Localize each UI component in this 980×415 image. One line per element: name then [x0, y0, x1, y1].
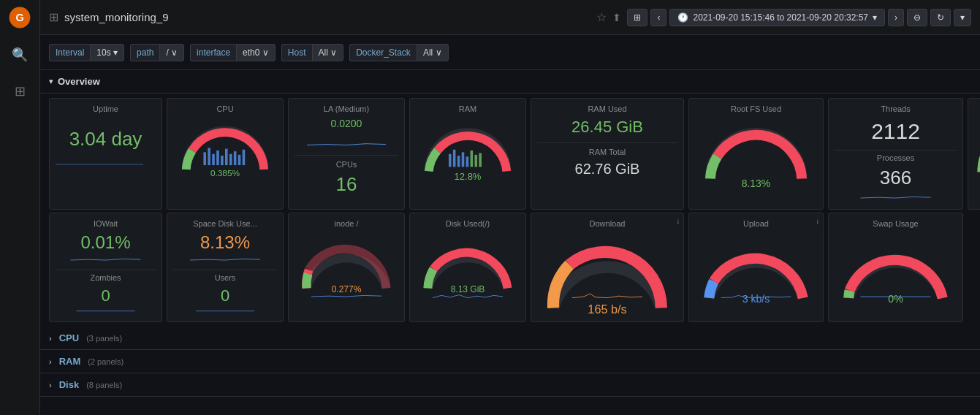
cpus-subpanel: CPUs 16 [295, 155, 398, 196]
svg-rect-3 [208, 148, 210, 165]
grid-view-icon: ⊞ [49, 10, 58, 24]
panel-row-2: IOWait 0.01% Zombies 0 Space Disk Use...… [40, 210, 980, 327]
clock-icon: 🕐 [677, 12, 688, 23]
refresh-button[interactable]: ↻ [930, 9, 951, 26]
prev-button[interactable]: ‹ [650, 9, 666, 26]
panel-swap-usage: Swap Usage 0% [828, 213, 963, 322]
cpu-section-header[interactable]: › CPU (3 panels) [40, 327, 980, 350]
chevron-right-icon-3: › [49, 381, 52, 389]
ram-used-value: 26.45 GiB [537, 118, 677, 137]
root-fs-title: Root FS Used [695, 104, 817, 113]
empty-spacer [968, 213, 980, 322]
ram-section-info: (2 panels) [88, 357, 124, 366]
toolbar: Interval 10s ▾ path / ∨ interface eth0 ∨… [40, 35, 980, 70]
apps-icon[interactable]: ⊞ [12, 80, 29, 102]
download-gauge-svg: 165 b/s [537, 232, 677, 319]
filter-interface-value[interactable]: eth0 ∨ [236, 44, 276, 61]
main-content: ▾ Overview Uptime 3.04 day CPU [40, 70, 980, 415]
chevron-down-icon: ▾ [49, 77, 53, 86]
space-disk-value: 8.13% [173, 232, 277, 253]
svg-rect-19 [474, 155, 477, 167]
threads-sparkline [835, 192, 957, 201]
svg-rect-5 [216, 151, 219, 165]
svg-rect-14 [453, 150, 456, 167]
filter-host-value[interactable]: All ∨ [312, 44, 344, 61]
search-icon[interactable]: 🔍 [9, 44, 31, 66]
svg-rect-8 [229, 154, 232, 165]
star-icon[interactable]: ☆ [596, 10, 607, 24]
panel-threads: Threads 2112 Processes 366 [828, 98, 963, 210]
panel-iowait: IOWait 0.01% Zombies 0 [49, 213, 162, 322]
overview-title: Overview [58, 76, 100, 87]
svg-text:G: G [15, 12, 23, 23]
chevron-right-icon: › [49, 334, 52, 343]
disk-gauge-svg: 8.13 GiB [416, 232, 520, 296]
svg-text:0%: 0% [888, 293, 903, 305]
grafana-logo[interactable]: G [8, 6, 31, 29]
ram-total-title: RAM Total [537, 148, 677, 156]
header-actions: ⊞ ‹ 🕐 2021-09-20 15:15:46 to 2021-09-20 … [627, 9, 971, 26]
ram-used-title: RAM Used [537, 104, 677, 113]
overview-section-header[interactable]: ▾ Overview [40, 70, 980, 94]
filter-interface-label: interface [190, 44, 236, 61]
total-threads-gauge-wrap: 2112 [974, 118, 980, 172]
panel-disk-used: Disk Used(/) 8.13 GiB [409, 213, 526, 322]
time-range-picker[interactable]: 🕐 2021-09-20 15:15:46 to 2021-09-20 20:3… [669, 9, 885, 26]
next-button[interactable]: › [888, 9, 904, 26]
la-medium-title: LA (Medium) [295, 104, 398, 113]
svg-text:8.13%: 8.13% [742, 178, 770, 189]
space-disk-sparkline [173, 254, 277, 263]
filter-path-label: path [130, 44, 159, 61]
iowait-title: IOWait [56, 219, 156, 228]
upload-info-icon[interactable]: i [817, 218, 818, 226]
chevron-right-icon-2: › [49, 357, 52, 366]
filter-docker-stack-value[interactable]: All ∨ [417, 44, 449, 61]
cpus-title: CPUs [295, 160, 398, 169]
space-disk-title: Space Disk Use... [173, 219, 277, 228]
ram-section-header[interactable]: › RAM (2 panels) [40, 350, 980, 373]
chevron-down-icon: ▾ [873, 12, 877, 23]
download-title: Download [537, 219, 677, 228]
svg-rect-15 [457, 156, 460, 167]
svg-rect-20 [479, 153, 482, 167]
panel-cpu: CPU [167, 98, 284, 210]
disk-used-title: Disk Used(/) [416, 219, 520, 228]
download-info-icon[interactable]: i [677, 218, 679, 226]
root-fs-gauge-wrap: 8.13% [695, 118, 817, 165]
swap-usage-title: Swap Usage [835, 219, 957, 228]
display-button[interactable]: ⊞ [627, 9, 647, 26]
cpu-gauge-svg: 0.385% [173, 118, 277, 178]
processes-value: 366 [835, 167, 957, 189]
panel-download: i Download 165 b/s [531, 213, 684, 322]
upload-gauge-wrap: 3 kb/s [695, 232, 817, 291]
cpu-title: CPU [173, 104, 277, 113]
filter-interval-label: Interval [49, 44, 90, 61]
users-value: 0 [173, 286, 277, 305]
zombies-sparkline [56, 306, 156, 313]
zombies-value: 0 [56, 286, 156, 305]
share-icon[interactable]: ⬆ [612, 12, 621, 23]
download-gauge-wrap: 165 b/s [537, 232, 677, 291]
svg-text:3 kb/s: 3 kb/s [742, 293, 770, 305]
filter-path-value[interactable]: / ∨ [159, 44, 184, 61]
filter-interval-value[interactable]: 10s ▾ [90, 44, 124, 61]
zombies-title: Zombies [56, 273, 156, 282]
filter-docker-stack: Docker_Stack All ∨ [349, 44, 448, 61]
inode-gauge-wrap: 0.277% [295, 232, 398, 291]
svg-rect-11 [243, 150, 246, 165]
svg-rect-13 [449, 154, 452, 167]
zoom-out-button[interactable]: ⊖ [907, 9, 927, 26]
svg-rect-18 [471, 151, 474, 167]
svg-rect-2 [203, 152, 206, 165]
disk-section-info: (8 panels) [86, 381, 122, 389]
more-button[interactable]: ▾ [954, 9, 971, 26]
total-threads-title: total threads [974, 104, 980, 113]
processes-sub: Processes 366 [835, 150, 957, 189]
uptime-sparkline [56, 153, 143, 168]
svg-text:12.8%: 12.8% [455, 171, 482, 182]
ram-gauge-svg: 12.8% [416, 118, 520, 183]
disk-section-header[interactable]: › Disk (8 panels) [40, 373, 980, 397]
threads-title: Threads [835, 104, 957, 113]
ram-title: RAM [416, 104, 520, 113]
uptime-title: Uptime [56, 104, 156, 113]
